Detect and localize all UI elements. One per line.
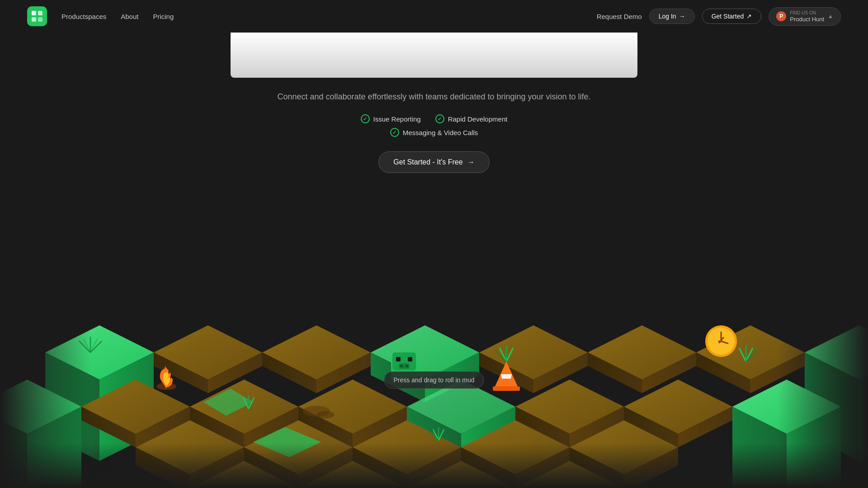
coin: ✓: [705, 325, 737, 357]
nav-right: Request Demo Log In → Get Started ↗ P FI…: [597, 7, 841, 26]
get-started-nav-label: Get Started: [712, 13, 744, 20]
hero-section: Connect and collaborate effortlessly wit…: [0, 33, 868, 173]
nav-pricing[interactable]: Pricing: [153, 13, 174, 20]
features-row-2: Messaging & Video Calls: [390, 128, 478, 137]
feature-label-3: Messaging & Video Calls: [403, 129, 478, 136]
feature-rapid-development: Rapid Development: [435, 114, 508, 123]
product-hunt-badge[interactable]: P FIND US ON Product Hunt ▲: [769, 7, 841, 26]
svg-rect-3: [38, 17, 42, 22]
svg-point-108: [406, 365, 408, 367]
ph-chevron-icon: ▲: [828, 13, 833, 19]
isometric-world: ✓: [0, 181, 868, 488]
hero-banner: [231, 33, 637, 78]
svg-marker-112: [501, 374, 512, 379]
features-list: Issue Reporting Rapid Development Messag…: [361, 114, 508, 137]
login-label: Log In: [659, 13, 676, 20]
svg-rect-1: [38, 11, 42, 15]
product-hunt-text: FIND US ON Product Hunt: [790, 10, 824, 23]
tooltip-text: Press and drag to roll in mud: [394, 376, 475, 384]
svg-rect-0: [32, 11, 36, 15]
ph-name: Product Hunt: [790, 16, 824, 23]
drag-tooltip: Press and drag to roll in mud: [384, 371, 484, 389]
mud-patch-2: [316, 411, 335, 418]
request-demo-button[interactable]: Request Demo: [597, 13, 642, 20]
game-world[interactable]: ✓ Press and drag to roll in mud: [0, 181, 868, 488]
login-button[interactable]: Log In →: [649, 9, 695, 24]
nav-links: Productspaces About Pricing: [61, 13, 597, 20]
svg-rect-2: [32, 17, 36, 22]
nav-about[interactable]: About: [121, 13, 138, 20]
navbar: Productspaces About Pricing Request Demo…: [0, 0, 868, 33]
svg-rect-113: [493, 386, 520, 391]
check-icon-2: [435, 114, 444, 123]
cta-get-started-button[interactable]: Get Started - It's Free →: [378, 151, 489, 173]
game-scene: ✓: [0, 181, 868, 488]
svg-rect-105: [408, 357, 412, 361]
svg-point-107: [400, 365, 403, 367]
logo[interactable]: [27, 6, 47, 26]
arrow-right-icon: →: [679, 13, 685, 20]
features-row-1: Issue Reporting Rapid Development: [361, 114, 508, 123]
feature-label-2: Rapid Development: [448, 115, 508, 123]
cta-arrow-icon: →: [467, 158, 475, 166]
feature-label-1: Issue Reporting: [373, 115, 421, 123]
hero-subtitle: Connect and collaborate effortlessly wit…: [277, 92, 590, 102]
check-icon-1: [361, 114, 370, 123]
nav-productspaces[interactable]: Productspaces: [61, 13, 106, 20]
svg-rect-104: [396, 357, 401, 361]
get-started-nav-button[interactable]: Get Started ↗: [702, 9, 762, 24]
feature-issue-reporting: Issue Reporting: [361, 114, 421, 123]
check-icon-3: [390, 128, 399, 137]
product-hunt-icon: P: [776, 11, 786, 21]
external-link-icon: ↗: [746, 13, 752, 20]
feature-messaging: Messaging & Video Calls: [390, 128, 478, 137]
cta-label: Get Started - It's Free: [393, 158, 462, 166]
ph-prefix: FIND US ON: [790, 10, 824, 16]
